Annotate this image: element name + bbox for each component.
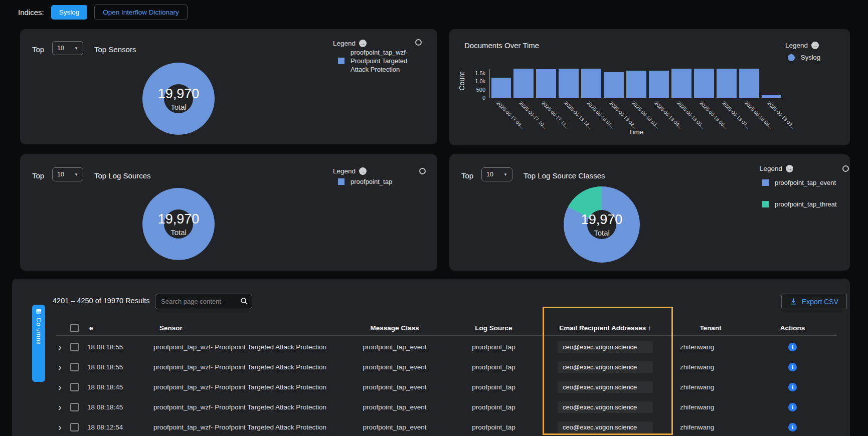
top-n-select[interactable]: 10 ▼	[52, 41, 83, 55]
legend-toggle[interactable]: Legend →	[785, 42, 819, 49]
loading-ring-icon[interactable]	[419, 168, 426, 174]
info-icon[interactable]: i	[788, 403, 797, 411]
loading-ring-icon[interactable]	[842, 165, 849, 172]
top-n-select[interactable]: 10 ▼	[52, 167, 83, 181]
legend-item[interactable]: proofpoint_tap	[338, 177, 392, 186]
expand-row-icon[interactable]: ›	[56, 363, 70, 370]
cell-message-class: proofpoint_tap_event	[339, 403, 450, 411]
info-icon[interactable]: i	[788, 343, 797, 351]
header-log-source[interactable]: Log Source	[450, 324, 538, 332]
info-icon[interactable]: i	[788, 423, 797, 431]
search-icon[interactable]	[240, 297, 248, 305]
cell-log-source: proofpoint_tap	[450, 363, 538, 371]
top-n-value: 10	[57, 45, 64, 52]
bar-2025-06-18 06...[interactable]	[694, 69, 714, 98]
bar-2025-06-18 07...[interactable]	[717, 69, 737, 98]
top-n-select[interactable]: 10 ▼	[481, 167, 512, 181]
donut-chart-sensors[interactable]: 19,970 Total	[142, 63, 215, 135]
bar-2025-06-17 11...[interactable]	[536, 69, 556, 98]
x-axis-label: Time	[489, 128, 783, 136]
bar-2025-06-18 08...[interactable]	[739, 69, 759, 98]
legend-toggle[interactable]: Legend →	[333, 167, 367, 175]
info-icon[interactable]: i	[788, 363, 797, 371]
indices-bar: Indices: Syslog Open Interflow Dictionar…	[18, 4, 188, 20]
header-tenant[interactable]: Tenant	[673, 324, 748, 332]
cell-tenant: zhifenwang	[673, 363, 748, 371]
legend-item[interactable]: Syslog	[788, 53, 820, 62]
select-all-checkbox[interactable]	[70, 324, 79, 332]
bar-2025-06-18 05...[interactable]	[671, 69, 691, 98]
panel-title: Top Log Sources	[94, 171, 151, 180]
row-checkbox[interactable]	[70, 403, 79, 411]
legend-toggle[interactable]: Legend →	[333, 40, 367, 47]
documents-over-time-panel: Documents Over Time Legend → Syslog Coun…	[449, 29, 850, 145]
cell-message-class: proofpoint_tap_event	[339, 383, 450, 391]
expand-row-icon[interactable]: ›	[56, 403, 70, 410]
header-timestamp-partial[interactable]: e	[87, 324, 141, 332]
donut-chart-log-source-classes[interactable]: 19,970 Total	[564, 186, 640, 263]
open-interflow-dictionary-button[interactable]: Open Interflow Dictionary	[94, 5, 188, 20]
cell-email-recipient[interactable]: ceo@exec.vogon.science	[558, 361, 653, 373]
legend-item[interactable]: proofpoint_tap_threat	[762, 200, 837, 208]
bar-2025-06-17 10...[interactable]	[513, 69, 534, 98]
row-checkbox[interactable]	[70, 363, 79, 371]
export-csv-button[interactable]: Export CSV	[781, 294, 847, 309]
bar-2025-06-18 09...[interactable]	[762, 95, 782, 98]
donut-chart-log-sources[interactable]: 19,970 Total	[142, 188, 215, 260]
bar-2025-06-18 12...[interactable]	[559, 69, 579, 98]
cell-sensor: proofpoint_tap_wzf- Proofpoint Targeted …	[141, 383, 339, 391]
expand-row-icon[interactable]: ›	[56, 383, 70, 390]
export-csv-label: Export CSV	[802, 298, 838, 306]
bar-2025-06-17 09...[interactable]	[491, 78, 511, 98]
row-checkbox[interactable]	[70, 383, 79, 391]
row-checkbox[interactable]	[70, 423, 79, 431]
legend-item-label: proofpoint_tap_event	[775, 178, 836, 187]
y-tick-label: 500	[450, 87, 485, 93]
legend-label: Legend	[333, 167, 356, 175]
expand-row-icon[interactable]: ›	[56, 423, 70, 430]
search-box	[155, 294, 252, 309]
loading-ring-icon[interactable]	[415, 39, 422, 46]
table-grid-icon: ▦	[36, 308, 41, 314]
header-message-class[interactable]: Message Class	[339, 324, 450, 332]
legend-toggle[interactable]: Legend →	[760, 165, 793, 172]
columns-button-label: Columns	[35, 318, 42, 345]
legend-arrow-icon: →	[811, 42, 819, 49]
legend-item[interactable]: proofpoint_tap_event	[762, 178, 837, 187]
chevron-down-icon: ▼	[74, 172, 78, 177]
cell-tenant: zhifenwang	[673, 403, 748, 411]
cell-email-recipient[interactable]: ceo@exec.vogon.science	[558, 401, 653, 413]
cell-tenant: zhifenwang	[673, 423, 748, 431]
bar-2025-06-18 03...[interactable]	[626, 71, 646, 98]
donut-hole	[587, 210, 616, 239]
cell-email-recipient[interactable]: ceo@exec.vogon.science	[558, 381, 653, 393]
table-row: ›18 08:12:54proofpoint_tap_wzf- Proofpoi…	[56, 417, 837, 436]
bar-2025-06-18 02...[interactable]	[604, 72, 624, 98]
header-sensor[interactable]: Sensor	[141, 324, 339, 332]
syslog-index-button[interactable]: Syslog	[51, 5, 88, 20]
cell-tenant: zhifenwang	[673, 383, 748, 391]
cell-timestamp: 18 08:18:55	[87, 343, 141, 351]
results-count: 4201 – 4250 of 19970 Results	[53, 297, 149, 305]
cell-email-recipient[interactable]: ceo@exec.vogon.science	[558, 341, 653, 353]
panel-title: Top Log Source Classes	[524, 171, 605, 180]
bar-2025-06-18 01...[interactable]	[581, 69, 601, 98]
legend-item[interactable]: proofpoint_tap_wzf- Proofpoint Targeted …	[338, 48, 420, 74]
row-checkbox[interactable]	[70, 343, 79, 351]
columns-button[interactable]: ▦ Columns	[32, 305, 45, 382]
header-email-recipient-addresses[interactable]: Email Recipient Addresses ↑	[538, 324, 673, 332]
info-icon[interactable]: i	[788, 383, 797, 391]
bar-2025-06-18 04...[interactable]	[649, 71, 669, 98]
cell-email-recipient[interactable]: ceo@exec.vogon.science	[558, 421, 653, 433]
expand-row-icon[interactable]: ›	[56, 343, 70, 350]
cell-message-class: proofpoint_tap_event	[339, 343, 450, 351]
y-tick-label: 1.5k	[450, 70, 485, 76]
cell-tenant: zhifenwang	[673, 343, 748, 351]
cell-timestamp: 18 08:12:54	[87, 423, 141, 431]
legend-items: proofpoint_tap	[338, 177, 392, 186]
legend-item-label: Syslog	[801, 53, 820, 62]
legend-label: Legend	[785, 42, 808, 49]
cell-log-source: proofpoint_tap	[450, 423, 538, 431]
search-input[interactable]	[155, 294, 252, 309]
results-table-panel: 4201 – 4250 of 19970 Results ↻ Export CS…	[12, 279, 850, 436]
